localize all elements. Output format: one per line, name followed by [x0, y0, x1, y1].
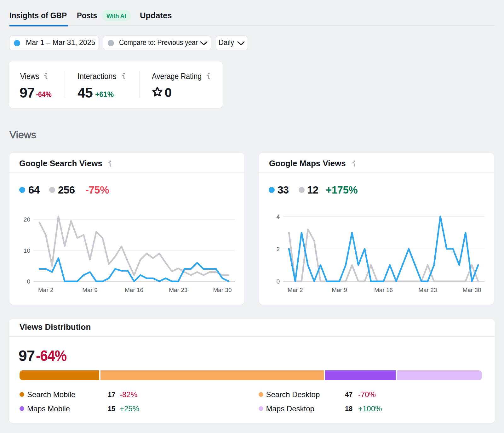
svg-text:Mar 30: Mar 30: [213, 287, 232, 293]
svg-text:20: 20: [24, 216, 30, 223]
svg-text:Mar 2: Mar 2: [38, 287, 54, 293]
svg-text:Mar 23: Mar 23: [169, 287, 187, 293]
svg-text:Mar 9: Mar 9: [332, 287, 347, 293]
svg-text:0: 0: [27, 278, 30, 285]
svg-text:Mar 2: Mar 2: [288, 287, 303, 293]
svg-text:10: 10: [24, 247, 30, 254]
svg-text:Mar 23: Mar 23: [418, 287, 437, 293]
svg-text:Mar 9: Mar 9: [82, 287, 98, 293]
svg-text:Mar 16: Mar 16: [125, 287, 143, 293]
svg-text:0: 0: [276, 278, 280, 285]
svg-text:4: 4: [276, 213, 280, 220]
svg-text:Mar 16: Mar 16: [374, 287, 393, 293]
svg-text:2: 2: [276, 246, 280, 252]
svg-text:Mar 30: Mar 30: [462, 287, 481, 293]
